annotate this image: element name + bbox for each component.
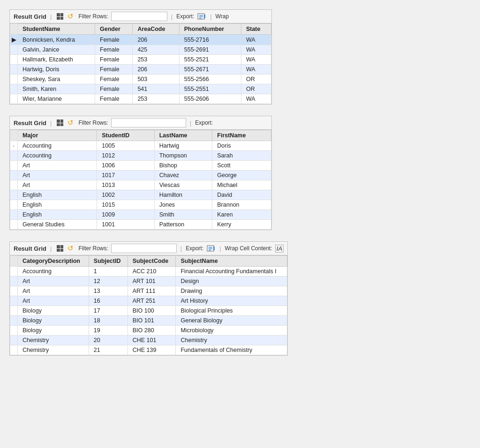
cell-subjectid: 1 xyxy=(89,267,128,276)
cell-subjectcode: CHE 139 xyxy=(128,345,176,355)
filter-input-1[interactable] xyxy=(111,12,167,21)
table-3: CategoryDescription SubjectID SubjectCod… xyxy=(10,255,287,355)
table-row[interactable]: Art 1006 Bishop Scott xyxy=(10,161,271,171)
svg-rect-2 xyxy=(199,16,203,17)
result-grid-label-1: Result Grid xyxy=(14,13,46,20)
table-row[interactable]: Art 12 ART 101 Design xyxy=(10,276,287,286)
cell-categorydescription: Accounting xyxy=(18,267,89,276)
table-row[interactable]: Biology 19 BIO 280 Microbiology xyxy=(10,326,287,336)
table-row[interactable]: Art 1017 Chavez George xyxy=(10,171,271,180)
cell-subjectname: Design xyxy=(176,276,287,286)
cell-major: Accounting xyxy=(18,151,97,161)
table-row[interactable]: Biology 18 BIO 101 General Biology xyxy=(10,316,287,326)
grid-view-icon-3[interactable] xyxy=(55,244,65,253)
row-indicator: ▶ xyxy=(10,35,18,45)
cell-gender: Female xyxy=(95,84,133,94)
cell-phonenumber: 555-2691 xyxy=(179,45,241,55)
table-row[interactable]: Art 13 ART 111 Drawing xyxy=(10,286,287,296)
cell-subjectcode: BIO 100 xyxy=(128,306,176,316)
col-indicator-1 xyxy=(10,24,18,35)
table-row[interactable]: General Studies 1001 Patterson Kerry xyxy=(10,220,271,230)
refresh-icon-1[interactable]: ↺ xyxy=(68,12,74,21)
grid-view-icon-2[interactable] xyxy=(55,118,65,127)
row-indicator xyxy=(10,94,18,104)
table-row[interactable]: Accounting 1012 Thompson Sarah xyxy=(10,151,271,161)
cell-lastname: Jones xyxy=(154,200,212,210)
row-indicator xyxy=(10,296,18,306)
table-row[interactable]: ▶ Bonnicksen, Kendra Female 206 555-2716… xyxy=(10,35,271,45)
filter-input-2[interactable] xyxy=(111,118,186,127)
table-row[interactable]: Art 16 ART 251 Art History xyxy=(10,296,287,306)
sep-5: | xyxy=(190,119,191,127)
table-row[interactable]: Wier, Marianne Female 253 555-2606 WA xyxy=(10,94,271,104)
cell-state: OR xyxy=(241,75,271,84)
table-row[interactable]: Chemistry 20 CHE 101 Chemistry xyxy=(10,336,287,345)
table-row[interactable]: Smith, Karen Female 541 555-2551 OR xyxy=(10,84,271,94)
col-subjectid-3: SubjectID xyxy=(89,256,128,267)
sep-7: | xyxy=(180,245,182,252)
cell-firstname: Doris xyxy=(212,141,271,151)
cell-phonenumber: 555-2606 xyxy=(179,94,241,104)
cell-firstname: Brannon xyxy=(212,200,271,210)
cell-studentid: 1001 xyxy=(97,220,154,230)
col-subjectname-3: SubjectName xyxy=(176,256,287,267)
table-row[interactable]: Chemistry 21 CHE 139 Fundamentals of Che… xyxy=(10,345,287,355)
cell-subjectcode: ACC 210 xyxy=(128,267,176,276)
table-row[interactable]: Biology 17 BIO 100 Biological Principles xyxy=(10,306,287,316)
sep-1: | xyxy=(50,13,52,20)
cell-areacode: 503 xyxy=(133,75,179,84)
cell-subjectcode: BIO 101 xyxy=(128,316,176,326)
cell-subjectid: 19 xyxy=(89,326,128,336)
toolbar-2: Result Grid | ↺ Filter Rows: | Export: xyxy=(10,116,271,130)
table-row[interactable]: Sheskey, Sara Female 503 555-2566 OR xyxy=(10,75,271,84)
cell-state: WA xyxy=(241,45,271,55)
filter-rows-label-2: Filter Rows: xyxy=(78,119,108,126)
grid-view-icon-1[interactable] xyxy=(55,12,65,21)
cell-gender: Female xyxy=(95,55,133,65)
refresh-icon-2[interactable]: ↺ xyxy=(68,119,74,127)
wrap-cell-icon-3[interactable]: IA xyxy=(275,245,284,253)
cell-studentname: Smith, Karen xyxy=(18,84,95,94)
sep-4: | xyxy=(50,119,52,127)
row-indicator xyxy=(10,316,18,326)
row-indicator xyxy=(10,171,18,180)
row-indicator xyxy=(10,55,18,65)
table-row[interactable]: Galvin, Janice Female 425 555-2691 WA xyxy=(10,45,271,55)
cell-subjectid: 16 xyxy=(89,296,128,306)
table-row[interactable]: English 1002 Hamilton David xyxy=(10,190,271,200)
cell-studentid: 1005 xyxy=(97,141,154,151)
cell-studentid: 1006 xyxy=(97,161,154,171)
refresh-icon-3[interactable]: ↺ xyxy=(68,244,74,253)
export-icon-1[interactable] xyxy=(197,12,206,21)
cell-state: WA xyxy=(241,35,271,45)
cell-firstname: Kerry xyxy=(212,220,271,230)
cell-studentid: 1009 xyxy=(97,210,154,220)
sep-2: | xyxy=(171,13,172,20)
col-subjectcode-3: SubjectCode xyxy=(128,256,176,267)
cell-gender: Female xyxy=(95,75,133,84)
cell-gender: Female xyxy=(95,65,133,75)
table-row[interactable]: Art 1013 Viescas Michael xyxy=(10,180,271,190)
cell-state: OR xyxy=(241,84,271,94)
export-icon-3[interactable] xyxy=(206,244,216,253)
row-indicator xyxy=(10,45,18,55)
cell-categorydescription: Art xyxy=(18,276,89,286)
cell-categorydescription: Art xyxy=(18,296,89,306)
table-row[interactable]: Accounting 1 ACC 210 Financial Accountin… xyxy=(10,267,287,276)
cell-major: Accounting xyxy=(18,141,97,151)
cell-gender: Female xyxy=(95,45,133,55)
table-2: Major StudentID LastName FirstName · Acc… xyxy=(10,130,271,230)
table-row[interactable]: English 1009 Smith Karen xyxy=(10,210,271,220)
filter-input-3[interactable] xyxy=(111,244,177,253)
cell-subjectname: Biological Principles xyxy=(176,306,287,316)
cell-gender: Female xyxy=(95,94,133,104)
cell-phonenumber: 555-2671 xyxy=(179,65,241,75)
result-section-2: Result Grid | ↺ Filter Rows: | Export: M… xyxy=(9,116,272,230)
table-row[interactable]: Hallmark, Elizabeth Female 253 555-2521 … xyxy=(10,55,271,65)
table-row[interactable]: English 1015 Jones Brannon xyxy=(10,200,271,210)
table-row[interactable]: · Accounting 1005 Hartwig Doris xyxy=(10,141,271,151)
col-gender-1: Gender xyxy=(95,24,133,35)
table-row[interactable]: Hartwig, Doris Female 206 555-2671 WA xyxy=(10,65,271,75)
sep-8: | xyxy=(219,245,221,252)
cell-subjectcode: BIO 280 xyxy=(128,326,176,336)
